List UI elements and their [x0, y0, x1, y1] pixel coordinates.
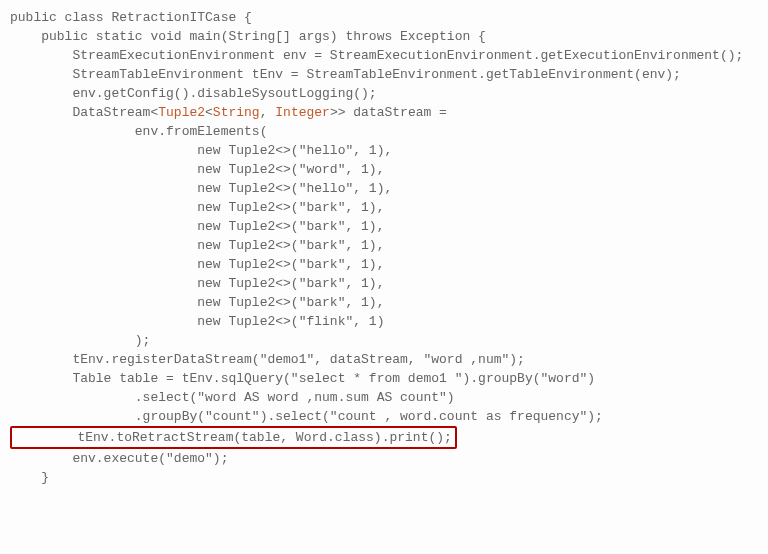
code-type: Integer [275, 105, 330, 120]
code-line: ); [10, 333, 150, 348]
code-line: new Tuple2<>("bark", 1), [10, 238, 384, 253]
code-line: env.fromElements( [10, 124, 267, 139]
code-line: < [205, 105, 213, 120]
code-line: new Tuple2<>("bark", 1), [10, 219, 384, 234]
highlighted-line: tEnv.toRetractStream(table, Word.class).… [10, 426, 457, 449]
code-line: new Tuple2<>("hello", 1), [10, 181, 392, 196]
code-line: StreamExecutionEnvironment env = StreamE… [10, 48, 743, 63]
code-line: DataStream< [10, 105, 158, 120]
code-line: .select("word AS word ,num.sum AS count"… [10, 390, 455, 405]
code-line: , [260, 105, 276, 120]
code-line: new Tuple2<>("bark", 1), [10, 200, 384, 215]
code-line: tEnv.registerDataStream("demo1", dataStr… [10, 352, 525, 367]
code-line: } [10, 470, 49, 485]
code-type: Tuple2 [158, 105, 205, 120]
code-line: .groupBy("count").select("count , word.c… [10, 409, 603, 424]
code-line: env.execute("demo"); [10, 451, 228, 466]
code-line: new Tuple2<>("word", 1), [10, 162, 384, 177]
code-line: new Tuple2<>("flink", 1) [10, 314, 384, 329]
code-line: new Tuple2<>("bark", 1), [10, 257, 384, 272]
code-line: public static void main(String[] args) t… [10, 29, 486, 44]
code-line: >> dataStream = [330, 105, 447, 120]
code-line: new Tuple2<>("bark", 1), [10, 276, 384, 291]
code-line: RetractionITCase { [111, 10, 251, 25]
code-line: new Tuple2<>("bark", 1), [10, 295, 384, 310]
code-line: public class [10, 10, 111, 25]
code-block: public class RetractionITCase { public s… [10, 8, 758, 487]
code-line: new Tuple2<>("hello", 1), [10, 143, 392, 158]
code-line: env.getConfig().disableSysoutLogging(); [10, 86, 377, 101]
code-type: String [213, 105, 260, 120]
code-line: Table table = tEnv.sqlQuery("select * fr… [10, 371, 595, 386]
code-line: StreamTableEnvironment tEnv = StreamTabl… [10, 67, 681, 82]
